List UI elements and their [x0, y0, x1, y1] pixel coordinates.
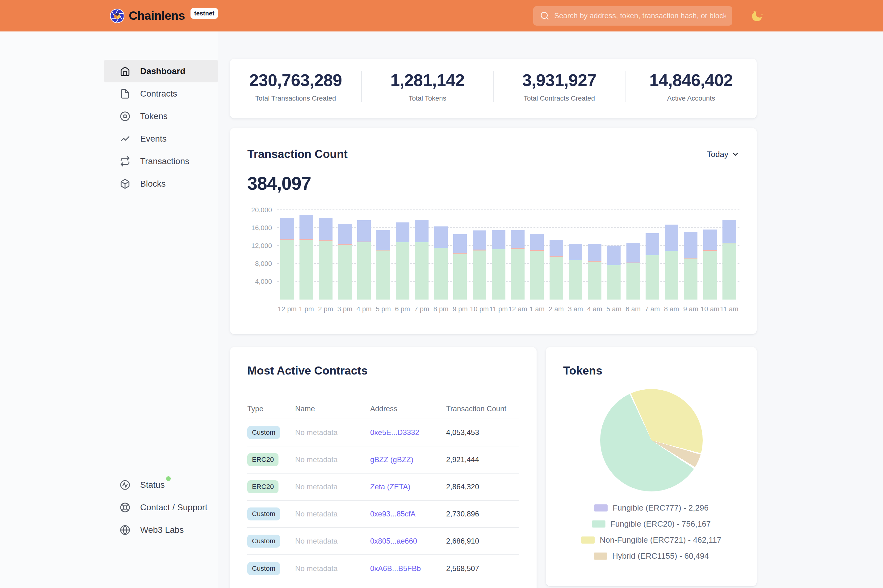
sidebar-item-label: Tokens: [140, 111, 168, 121]
bar-12am: [508, 210, 527, 300]
bar-segment-green: [299, 240, 313, 300]
contract-address-link[interactable]: 0xA6B...B5FBb: [370, 564, 446, 573]
bar-segment-blue: [338, 224, 352, 244]
most-active-contracts-card: Most Active Contracts Type Name Address …: [230, 347, 537, 588]
x-axis-tick: 9 pm: [450, 305, 469, 313]
bar-segment-green: [453, 254, 467, 300]
legend-label: Fungible (ERC777) - 2,296: [612, 503, 709, 513]
cube-icon: [120, 178, 130, 189]
chart-x-axis: 12 pm1 pm2 pm3 pm4 pm5 pm6 pm7 pm8 pm9 p…: [277, 305, 739, 313]
sidebar-item-contact-support[interactable]: Contact / Support: [104, 496, 218, 519]
bar-segment-green: [569, 260, 582, 300]
globe-icon: [120, 525, 130, 535]
sidebar-item-label: Transactions: [140, 156, 189, 166]
bar-segment-blue: [319, 218, 332, 240]
bar-segment-green: [626, 263, 640, 300]
legend-item: Hybrid (ERC1155) - 60,494: [594, 551, 709, 561]
bar-segment-green: [703, 251, 717, 300]
bar-segment-green: [645, 255, 659, 300]
x-axis-tick: 1 am: [527, 305, 546, 313]
x-axis-tick: 11 pm: [489, 305, 508, 313]
stat-label: Active Accounts: [667, 94, 715, 102]
bar-4pm: [354, 210, 374, 300]
sidebar-item-transactions[interactable]: Transactions: [104, 150, 218, 172]
bar-segment-green: [434, 248, 448, 300]
sidebar-item-events[interactable]: Events: [104, 128, 218, 150]
sidebar-item-tokens[interactable]: Tokens: [104, 105, 218, 128]
bar-segment-blue: [492, 230, 505, 249]
bar-11am: [720, 210, 739, 300]
tokens-pie-legend: Fungible (ERC777) - 2,296Fungible (ERC20…: [563, 503, 739, 561]
sidebar-item-dashboard[interactable]: Dashboard: [104, 60, 218, 82]
legend-item: Non-Fungible (ERC721) - 462,117: [581, 535, 721, 545]
bar-segment-blue: [665, 225, 678, 250]
search-input[interactable]: [554, 11, 725, 20]
contract-address-link[interactable]: 0xe93...85cfA: [370, 510, 446, 518]
contract-address-link[interactable]: 0xe5E...D3332: [370, 428, 446, 437]
bar-segment-blue: [684, 232, 698, 258]
stat-total-transactions: 230,763,289 Total Transactions Created: [230, 70, 361, 102]
legend-swatch: [594, 552, 607, 560]
sidebar-item-blocks[interactable]: Blocks: [104, 172, 218, 195]
bar-segment-blue: [588, 244, 602, 261]
contract-address-link[interactable]: gBZZ (gBZZ): [370, 455, 446, 464]
contract-address-link[interactable]: 0x805...ae660: [370, 537, 446, 545]
x-axis-tick: 6 pm: [393, 305, 412, 313]
bar-segment-blue: [396, 222, 409, 242]
sidebar-item-label: Contracts: [140, 89, 177, 99]
bar-segment-green: [473, 250, 486, 300]
bar-2am: [547, 210, 566, 300]
brand-home-link[interactable]: Chainlens testnet: [110, 9, 218, 23]
transaction-count-title: Transaction Count: [247, 148, 347, 161]
y-axis-tick: 8,000: [255, 260, 272, 268]
stat-total-tokens: 1,281,142 Total Tokens: [362, 70, 493, 102]
legend-item: Fungible (ERC20) - 756,167: [592, 519, 711, 529]
x-axis-tick: 4 am: [585, 305, 604, 313]
column-header-transaction-count: Transaction Count: [446, 405, 519, 413]
bar-segment-blue: [280, 218, 294, 240]
stat-label: Total Contracts Created: [523, 94, 595, 102]
x-axis-tick: 2 am: [547, 305, 566, 313]
disc-icon: [120, 111, 130, 122]
bar-segment-green: [511, 249, 525, 300]
bar-12pm: [278, 210, 297, 300]
bar-2pm: [316, 210, 335, 300]
x-axis-tick: 5 pm: [374, 305, 393, 313]
x-axis-tick: 4 pm: [354, 305, 374, 313]
sidebar-item-label: Status: [140, 480, 165, 490]
sidebar-item-label: Events: [140, 134, 167, 144]
bar-9pm: [450, 210, 469, 300]
bar-segment-green: [415, 242, 429, 300]
sidebar-item-web3-labs[interactable]: Web3 Labs: [104, 519, 218, 541]
bar-1am: [527, 210, 546, 300]
bar-6am: [624, 210, 643, 300]
x-axis-tick: 9 am: [681, 305, 700, 313]
bar-segment-green: [722, 243, 736, 300]
tokens-card: Tokens Fungible (ERC777) - 2,296Fungible…: [546, 347, 757, 586]
bar-7am: [643, 210, 662, 300]
x-axis-tick: 3 am: [566, 305, 585, 313]
contracts-table-header: Type Name Address Transaction Count: [247, 399, 519, 419]
bar-8am: [662, 210, 681, 300]
global-search[interactable]: [533, 6, 733, 26]
sidebar-item-status[interactable]: Status: [104, 474, 218, 496]
bar-segment-blue: [549, 240, 563, 256]
bar-segment-blue: [357, 220, 371, 242]
contract-transaction-count: 2,864,320: [446, 483, 519, 491]
bar-segment-blue: [453, 234, 467, 253]
contract-address-link[interactable]: Zeta (ZETA): [370, 483, 446, 491]
bar-segment-blue: [530, 234, 544, 250]
bar-segment-green: [530, 251, 544, 300]
date-range-selector[interactable]: Today: [707, 150, 739, 159]
bar-segment-blue: [722, 220, 736, 243]
bar-6pm: [393, 210, 412, 300]
bar-7pm: [412, 210, 431, 300]
bar-9am: [681, 210, 700, 300]
contract-row: CustomNo metadata0xA6B...B5FBb2,568,507: [247, 555, 519, 582]
transaction-count-total: 384,097: [247, 173, 739, 194]
stat-value: 3,931,927: [522, 70, 596, 90]
dark-mode-toggle[interactable]: [750, 9, 764, 22]
sidebar-item-contracts[interactable]: Contracts: [104, 82, 218, 105]
contract-row: ERC20No metadataZeta (ZETA)2,864,320: [247, 474, 519, 501]
bar-segment-green: [357, 242, 371, 300]
